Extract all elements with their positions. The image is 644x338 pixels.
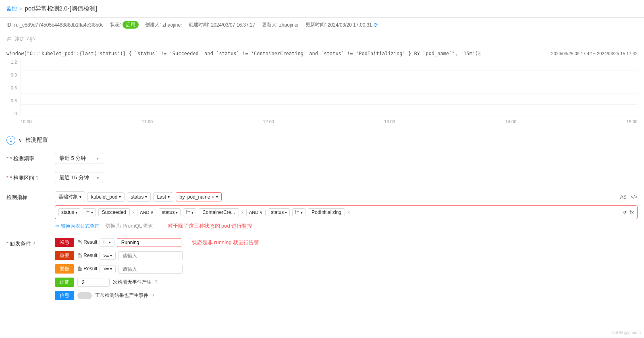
filter-close3[interactable]: × bbox=[347, 210, 350, 215]
metric-group-field-close[interactable]: × bbox=[212, 195, 214, 199]
interval-chevron-icon: ▾ bbox=[97, 176, 99, 180]
frequency-content: 最近 5 分钟 ▾ bbox=[55, 153, 638, 164]
filter-field2-value: status bbox=[162, 209, 175, 215]
frequency-chevron-icon: ▾ bbox=[97, 156, 99, 161]
metric-field-value: status bbox=[131, 194, 143, 200]
trigger-help-icon[interactable]: ? bbox=[32, 241, 35, 247]
as-label: AS bbox=[620, 194, 627, 200]
metric-by-box: by pod_name × ▾ bbox=[176, 192, 222, 201]
filter-op2[interactable]: != ▾ bbox=[183, 208, 196, 216]
interval-select[interactable]: 最近 15 分钟 ▾ bbox=[55, 172, 103, 183]
metric-agg-chevron-icon: ▾ bbox=[168, 195, 170, 199]
trigger-warning-op-select[interactable]: >= ▾ bbox=[100, 265, 116, 273]
metric-agg-select[interactable]: Last ▾ bbox=[153, 192, 173, 202]
filter-funnel-icon[interactable]: ⧩ bbox=[622, 209, 627, 216]
severity-important-btn[interactable]: 重要 bbox=[55, 251, 74, 260]
trigger-warning-value-input[interactable] bbox=[118, 265, 183, 274]
trigger-urgent-when: 当 Result bbox=[77, 239, 97, 246]
breadcrumb-current: pod异常检测2.0-[阈值检测] bbox=[25, 5, 97, 12]
interval-help-icon[interactable]: ? bbox=[36, 175, 39, 181]
chart-section: window("O::'kubelet_pod':{last('status')… bbox=[0, 46, 644, 129]
trigger-important-when: 当 Result bbox=[77, 252, 97, 259]
filter-field3-select[interactable]: status ▾ bbox=[268, 208, 290, 216]
frequency-label: * 检测频率 bbox=[6, 153, 55, 162]
severity-warning-btn[interactable]: 要告 bbox=[55, 264, 74, 274]
severity-urgent-btn[interactable]: 紧急 bbox=[55, 238, 74, 247]
metric-base-value: 基础对象 bbox=[58, 193, 78, 200]
filter-field1-select[interactable]: status ▾ bbox=[58, 208, 80, 216]
severity-info-btn[interactable]: 信息 bbox=[55, 291, 74, 300]
metric-object-chevron-icon: ▾ bbox=[119, 195, 121, 199]
trigger-warning-op-value: >= bbox=[103, 266, 109, 272]
metric-group-field-select[interactable]: pod_name × ▾ bbox=[187, 194, 218, 200]
query-link-sep: 切换为 PromQL 查询 bbox=[105, 222, 154, 230]
filter-op1[interactable]: != ▾ bbox=[83, 208, 96, 216]
metric-object-select[interactable]: kubelet_pod ▾ bbox=[87, 192, 125, 202]
filter-value2: ContainerCre... bbox=[199, 208, 239, 216]
trigger-content: 紧急 当 Result != ▾ 状态是非 running 就进行告警 重要 当… bbox=[55, 238, 638, 304]
interval-label: * 检测区间 ? bbox=[6, 172, 55, 182]
updater-label: 更新人: bbox=[262, 21, 278, 28]
y-label-0.6: 0.6 bbox=[6, 85, 19, 90]
meta-updater: 更新人: zhaojiner bbox=[262, 21, 299, 28]
metric-row: 检测指标 基础对象 ▾ kubelet_pod ▾ status ▾ Last … bbox=[6, 191, 638, 230]
info-toggle-switch[interactable] bbox=[77, 292, 92, 299]
meta-creator: 创建人: zhaojiner bbox=[145, 21, 182, 28]
filter-field1-value: status bbox=[61, 209, 74, 215]
interval-content: 最近 15 分钟 ▾ bbox=[55, 172, 638, 183]
trigger-important-row: 重要 当 Result >= ▾ bbox=[55, 251, 638, 260]
create-time-value: 2024/03/07 16:37:27 bbox=[211, 22, 255, 28]
normal-condition: 次检测无事件产生 ? bbox=[77, 278, 158, 287]
info-help-icon[interactable]: ? bbox=[152, 293, 154, 299]
metric-base-select[interactable]: 基础对象 ▾ bbox=[55, 191, 85, 202]
trigger-important-value-input[interactable] bbox=[118, 251, 183, 260]
status-badge: 启用 bbox=[123, 21, 139, 29]
normal-suffix: 次检测无事件产生 bbox=[113, 279, 152, 286]
metric-object-value: kubelet_pod bbox=[91, 194, 117, 200]
chart-time-range: 2024/03/25 09:17:42 ~ 2024/03/25 15:17:4… bbox=[551, 51, 638, 56]
tag-icon: 🏷 bbox=[6, 36, 12, 42]
filter-close1[interactable]: × bbox=[132, 210, 135, 215]
breadcrumb-separator: > bbox=[19, 6, 23, 12]
filter-fx-icon[interactable]: fx bbox=[629, 209, 634, 216]
add-tags-button[interactable]: 添加Tags bbox=[15, 35, 35, 42]
filter-op3[interactable]: != ▾ bbox=[292, 208, 305, 216]
section-title: 检测配置 bbox=[25, 137, 48, 144]
trigger-row: 触发条件 ? 紧急 当 Result != ▾ 状态是非 running 就进行… bbox=[6, 238, 638, 304]
trigger-important-op-select[interactable]: >= ▾ bbox=[100, 252, 116, 260]
copy-icon[interactable]: ⎘ bbox=[478, 50, 481, 56]
section-toggle[interactable]: ∨ bbox=[19, 137, 22, 143]
normal-count-input[interactable] bbox=[77, 278, 110, 287]
trigger-urgent-value-input[interactable] bbox=[117, 238, 181, 247]
trigger-urgent-op-chevron: ▾ bbox=[109, 240, 111, 245]
frequency-select[interactable]: 最近 5 分钟 ▾ bbox=[55, 153, 103, 164]
filter-close2[interactable]: × bbox=[241, 210, 244, 215]
filter-field3-value: status bbox=[271, 209, 284, 215]
severity-normal-btn[interactable]: 正常 bbox=[55, 278, 74, 287]
info-suffix: 正常检测结果也产生事件 bbox=[95, 292, 148, 299]
convert-expression-link[interactable]: ⇒ 转换为表达式查询 bbox=[55, 223, 100, 230]
chart-query-text: window("O::'kubelet_pod':{last('status')… bbox=[6, 51, 478, 56]
and-badge1[interactable]: AND ∨ bbox=[137, 209, 156, 216]
trigger-urgent-op-select[interactable]: != ▾ bbox=[100, 238, 114, 247]
filter-row: status ▾ != ▾ Succeeded × AND ∨ status ▾… bbox=[55, 205, 638, 219]
filter-field2-select[interactable]: status ▾ bbox=[159, 208, 181, 216]
filter-value1: Succeeded bbox=[98, 208, 130, 216]
and-badge2[interactable]: AND ∨ bbox=[246, 209, 266, 216]
tags-row: 🏷 添加Tags bbox=[0, 32, 644, 46]
filter-field2-chevron-icon: ▾ bbox=[176, 210, 178, 215]
code-icon[interactable]: </> bbox=[631, 194, 638, 200]
metric-field-select[interactable]: status ▾ bbox=[127, 192, 151, 202]
trigger-label: 触发条件 ? bbox=[6, 238, 55, 247]
meta-id: ID: rul_c589d774505b448888db1ffa4c3f8b0c bbox=[6, 22, 104, 28]
trigger-urgent-row: 紧急 当 Result != ▾ 状态是非 running 就进行告警 bbox=[55, 238, 638, 247]
breadcrumb-parent[interactable]: 监控 bbox=[6, 5, 17, 12]
x-label-13: 13:00 bbox=[384, 119, 395, 124]
updater-value: zhaojiner bbox=[279, 22, 299, 28]
chart-y-labels: 1.2 0.9 0.6 0.3 0 bbox=[6, 60, 19, 116]
config-section: 1 ∨ 检测配置 * 检测频率 最近 5 分钟 ▾ * 检测区间 ? 最近 15… bbox=[0, 129, 644, 319]
normal-help-icon[interactable]: ? bbox=[155, 280, 158, 285]
metric-agg-value: Last bbox=[157, 194, 166, 200]
edit-link-icon[interactable]: ⟳ bbox=[374, 22, 378, 28]
trigger-annotation: 状态是非 running 就进行告警 bbox=[192, 239, 260, 246]
